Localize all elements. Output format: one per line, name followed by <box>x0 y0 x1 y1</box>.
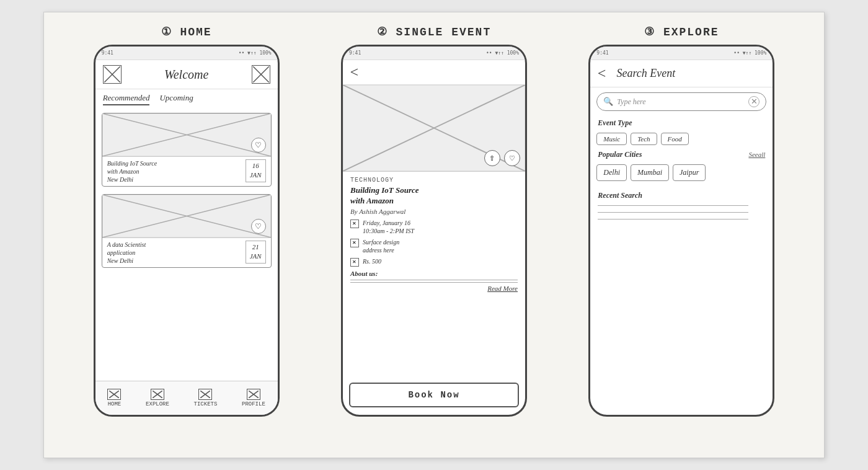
tab-home[interactable]: HOME <box>107 389 121 407</box>
explore-status-bar: 9:41 •• ▼↑↑ 100% <box>590 47 773 60</box>
explore-section: ③ Explore 9:41 •• ▼↑↑ 100% NAV BAR KEYBO… <box>567 25 796 417</box>
home-status-bar: 9:41 •• ▼↑↑ 100% <box>95 47 278 60</box>
about-line-1 <box>350 280 518 280</box>
home-header: Welcome <box>95 60 278 89</box>
event-image-1: ♡ <box>102 113 271 157</box>
event-detail-content: TECHNOLOGY Building IoT Sourcewith Amazo… <box>343 172 525 380</box>
detail-row-price: ✕ Rs. 500 <box>350 257 518 267</box>
about-label: About us: <box>350 270 518 277</box>
tickets-tab-icon <box>198 389 212 400</box>
popular-cities-row: Popular Cities Seeall <box>590 148 773 162</box>
price-checkbox: ✕ <box>350 258 359 267</box>
svg-line-14 <box>200 391 210 398</box>
tab-tickets[interactable]: TICKETS <box>194 389 218 407</box>
city-jaipur[interactable]: Jaipur <box>673 164 706 181</box>
about-section: About us: Read More <box>350 270 518 292</box>
about-line-2 <box>350 282 518 283</box>
explore-tab-icon <box>151 389 164 400</box>
detail-row-address: ✕ Surface designaddress here <box>350 238 518 254</box>
tab-explore[interactable]: EXPLORE <box>146 389 169 407</box>
svg-line-15 <box>200 391 210 398</box>
tab-tickets-label: TICKETS <box>194 401 218 407</box>
explore-back-arrow[interactable]: < <box>596 65 606 82</box>
heart-badge-1[interactable]: ♡ <box>251 138 266 153</box>
search-icon: 🔍 <box>603 97 613 107</box>
event-by: By Ashish Aggarwal <box>350 208 518 215</box>
recent-search-label: Recent Search <box>590 188 773 203</box>
detail-address-text: Surface designaddress here <box>363 238 399 254</box>
search-placeholder: Type here <box>617 97 745 107</box>
home-title: ① HOME <box>161 25 212 38</box>
tab-home-label: HOME <box>108 401 122 407</box>
back-arrow[interactable]: < <box>349 64 359 81</box>
heart-badge-2[interactable]: ♡ <box>251 219 266 234</box>
detail-date-text: Friday, January 1610:30am - 2:PM IST <box>363 219 414 235</box>
event-date-1: 16 JAN <box>246 159 266 182</box>
home-tab-bar: HOME EXPLORE <box>95 381 278 415</box>
explore-phone-frame: 9:41 •• ▼↑↑ 100% NAV BAR KEYBOARD TAB BA… <box>588 45 774 417</box>
home-content: NAV BAR KEYBOARD TAB BAR Welcome <box>95 60 278 415</box>
popular-cities-label: Popular Cities <box>598 150 642 159</box>
svg-line-12 <box>153 391 162 398</box>
recent-search-lines <box>590 203 773 228</box>
tag-tech[interactable]: Tech <box>631 133 657 145</box>
svg-line-17 <box>249 391 259 398</box>
address-checkbox: ✕ <box>350 239 359 247</box>
explore-content: NAV BAR KEYBOARD TAB BAR < Search Event … <box>590 60 773 415</box>
explore-search-bar[interactable]: 🔍 Type here ✕ <box>596 92 766 111</box>
event-card-1[interactable]: ♡ Building IoT Sourcewith AmazonNew Delh… <box>102 113 272 187</box>
single-event-content: NAV BAR KEYBOARD TAB BAR < ⇧ ♡ <box>343 60 525 415</box>
home-section: ① HOME 9:41 •• ▼↑↑ 100% NAV BAR KEYBOARD… <box>72 25 301 417</box>
svg-line-10 <box>109 391 119 398</box>
recent-search-line-2 <box>598 212 748 213</box>
share-icon[interactable]: ⇧ <box>484 150 500 166</box>
home-tabs-row: Recommended Upcoming <box>95 89 278 109</box>
home-status-right: •• ▼↑↑ 100% <box>239 50 272 56</box>
clear-search-icon[interactable]: ✕ <box>748 96 760 107</box>
book-now-button[interactable]: Book Now <box>349 383 519 407</box>
event-image-2: ♡ <box>102 195 271 238</box>
event-large-image: ⇧ ♡ <box>343 85 525 172</box>
cities-row: Delhi Mumbai Jaipur <box>590 162 773 184</box>
city-delhi[interactable]: Delhi <box>596 164 627 181</box>
home-tab-icon <box>107 389 121 400</box>
event-type-tags: Music Tech Food <box>590 130 773 148</box>
event-date-2: 21 JAN <box>246 241 266 264</box>
tag-food[interactable]: Food <box>661 133 689 145</box>
see-all-link[interactable]: Seeall <box>748 151 765 158</box>
svg-line-11 <box>109 391 119 398</box>
event-info-1: Building IoT Sourcewith AmazonNew Delhi … <box>102 157 271 186</box>
tab-explore-label: EXPLORE <box>146 401 169 407</box>
heart-icon[interactable]: ♡ <box>504 150 520 166</box>
single-event-status-bar: 9:41 •• ▼↑↑ 100% <box>343 47 525 60</box>
recent-search-line-3 <box>598 219 748 219</box>
explore-header: < Search Event <box>590 60 773 87</box>
tab-profile-label: PROFILE <box>242 401 265 407</box>
detail-price-text: Rs. 500 <box>363 257 381 265</box>
svg-line-13 <box>153 391 162 398</box>
home-status-left: 9:41 <box>102 50 113 56</box>
recommended-tab[interactable]: Recommended <box>103 93 150 105</box>
menu-icon-box[interactable] <box>103 65 122 84</box>
recent-search-line-1 <box>598 205 748 206</box>
upcoming-tab[interactable]: Upcoming <box>159 93 193 105</box>
event-desc-1: Building IoT Sourcewith AmazonNew Delhi <box>107 159 246 184</box>
event-category: TECHNOLOGY <box>350 177 518 184</box>
event-desc-2: A data ScientistapplicationNew Delhi <box>107 241 246 265</box>
explore-screen-title: Search Event <box>617 67 676 80</box>
notification-icon-box[interactable] <box>252 65 270 84</box>
single-event-title: ② SINGLE EVENT <box>377 25 491 38</box>
share-heart-row: ⇧ ♡ <box>484 150 520 166</box>
tab-profile[interactable]: PROFILE <box>242 389 265 407</box>
single-event-section: ② SINGLE EVENT 9:41 •• ▼↑↑ 100% NAV BAR … <box>319 25 549 417</box>
profile-tab-icon <box>247 389 260 400</box>
welcome-text: Welcome <box>164 68 208 82</box>
event-card-2[interactable]: ♡ A data ScientistapplicationNew Delhi 2… <box>102 194 272 268</box>
read-more-link[interactable]: Read More <box>487 285 518 292</box>
city-mumbai[interactable]: Mumbai <box>631 164 669 181</box>
tag-music[interactable]: Music <box>596 133 627 145</box>
read-more-row: Read More <box>350 285 518 292</box>
detail-row-date: ✕ Friday, January 1610:30am - 2:PM IST <box>350 219 518 235</box>
paper: ① HOME 9:41 •• ▼↑↑ 100% NAV BAR KEYBOARD… <box>43 12 825 458</box>
single-event-header: < <box>343 60 525 85</box>
